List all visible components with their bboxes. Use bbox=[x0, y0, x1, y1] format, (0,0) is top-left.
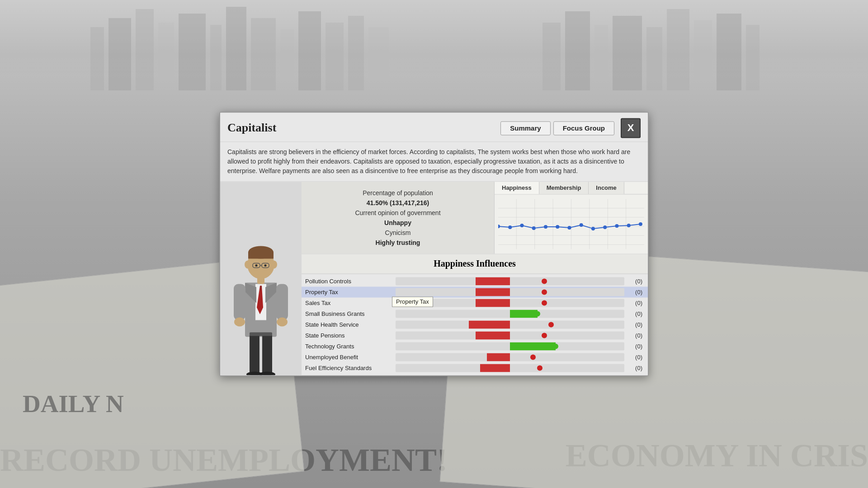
svg-point-64 bbox=[532, 226, 536, 230]
dialog-tab-buttons: Summary Focus Group X bbox=[500, 118, 641, 138]
svg-point-71 bbox=[615, 224, 618, 228]
chart-area: Happiness Membership Income bbox=[494, 182, 648, 253]
influence-row: Unemployed Benefit(0) bbox=[302, 352, 648, 363]
influence-score: (0) bbox=[624, 332, 642, 339]
svg-point-68 bbox=[580, 223, 583, 227]
stats-info: Percentage of population 41.50% (131,417… bbox=[302, 182, 494, 253]
svg-rect-10 bbox=[298, 11, 321, 90]
influence-row: Pollution Controls(0) bbox=[302, 276, 648, 287]
svg-point-65 bbox=[544, 225, 547, 229]
influence-row: Small Business Grants(0) bbox=[302, 309, 648, 319]
chart-tabs: Happiness Membership Income bbox=[495, 182, 648, 194]
svg-point-41 bbox=[245, 261, 251, 269]
svg-rect-12 bbox=[348, 16, 364, 90]
svg-rect-29 bbox=[250, 335, 259, 375]
svg-rect-4 bbox=[158, 23, 174, 90]
chart-tab-happiness[interactable]: Happiness bbox=[495, 182, 539, 194]
svg-rect-18 bbox=[646, 27, 662, 90]
svg-rect-2 bbox=[108, 18, 131, 90]
svg-rect-1 bbox=[90, 27, 104, 90]
influence-name: Pollution Controls bbox=[305, 278, 396, 285]
stats-top: Percentage of population 41.50% (131,417… bbox=[302, 182, 648, 254]
chart-canvas bbox=[495, 194, 648, 253]
influence-row: Fuel Efficiency Standards(0) bbox=[302, 363, 648, 374]
svg-point-66 bbox=[556, 225, 559, 229]
percentage-value: 41.50% (131,417,216) bbox=[367, 199, 429, 206]
percentage-label: Percentage of population bbox=[363, 189, 433, 197]
influence-bar bbox=[396, 364, 624, 372]
influence-score: (0) bbox=[624, 300, 642, 306]
svg-rect-16 bbox=[594, 25, 608, 90]
svg-point-73 bbox=[639, 222, 642, 226]
city-skyline bbox=[0, 0, 868, 90]
opinion-label: Current opinion of government bbox=[355, 209, 440, 216]
svg-point-47 bbox=[264, 264, 267, 267]
svg-rect-9 bbox=[280, 29, 294, 90]
influence-bar bbox=[396, 353, 624, 361]
svg-point-32 bbox=[259, 372, 275, 375]
influence-score: (0) bbox=[624, 321, 642, 328]
close-button[interactable]: X bbox=[621, 118, 641, 138]
svg-point-35 bbox=[234, 318, 245, 327]
influences-title: Happiness Influences bbox=[302, 254, 648, 274]
svg-rect-30 bbox=[262, 335, 272, 375]
svg-rect-14 bbox=[542, 23, 561, 90]
svg-rect-40 bbox=[248, 253, 274, 259]
svg-point-69 bbox=[591, 227, 595, 230]
dialog-header: Capitalist Summary Focus Group X bbox=[220, 113, 648, 142]
dialog-description: Capitalists are strong believers in the … bbox=[220, 142, 648, 182]
influences-section: Happiness Influences Pollution Controls(… bbox=[302, 254, 648, 375]
influence-name: Technology Grants bbox=[305, 343, 396, 350]
cynicism-label: Cynicism bbox=[385, 229, 411, 236]
influence-row: State Pensions(0) bbox=[302, 330, 648, 341]
influences-list-wrapper[interactable]: Pollution Controls(0)Property Tax(0)Prop… bbox=[302, 274, 648, 375]
influence-score: (0) bbox=[624, 354, 642, 361]
svg-point-42 bbox=[271, 261, 277, 269]
summary-tab-button[interactable]: Summary bbox=[500, 121, 550, 135]
svg-point-36 bbox=[277, 318, 288, 327]
influence-name: State Pensions bbox=[305, 332, 396, 339]
influence-bar bbox=[396, 299, 624, 307]
svg-point-72 bbox=[627, 224, 631, 227]
influence-bar bbox=[396, 332, 624, 340]
svg-point-67 bbox=[567, 226, 571, 230]
influence-bar bbox=[396, 321, 624, 329]
stats-panel: Percentage of population 41.50% (131,417… bbox=[302, 182, 648, 375]
chart-tab-membership[interactable]: Membership bbox=[539, 182, 589, 194]
svg-rect-20 bbox=[694, 20, 712, 90]
influence-score: (0) bbox=[624, 289, 642, 296]
svg-rect-11 bbox=[326, 23, 344, 90]
dialog-title: Capitalist bbox=[227, 121, 276, 135]
influence-bar bbox=[396, 288, 624, 296]
influence-name: State Health Service bbox=[305, 321, 396, 328]
influence-name: Unemployed Benefit bbox=[305, 354, 396, 361]
svg-rect-48 bbox=[250, 333, 272, 336]
capitalist-dialog: Capitalist Summary Focus Group X Capital… bbox=[219, 112, 649, 376]
influence-score: (0) bbox=[624, 278, 642, 285]
chart-tab-income[interactable]: Income bbox=[589, 182, 624, 194]
svg-rect-6 bbox=[210, 25, 222, 90]
dialog-body: Percentage of population 41.50% (131,417… bbox=[220, 182, 648, 375]
svg-point-46 bbox=[255, 264, 258, 267]
focus-group-tab-button[interactable]: Focus Group bbox=[553, 121, 614, 135]
influence-name: Small Business Grants bbox=[305, 310, 396, 317]
influence-bar bbox=[396, 277, 624, 286]
cynicism-value: Highly trusting bbox=[376, 239, 420, 246]
opinion-value: Unhappy bbox=[384, 219, 411, 226]
svg-point-63 bbox=[520, 224, 524, 227]
svg-rect-3 bbox=[136, 9, 154, 90]
influence-score: (0) bbox=[624, 310, 642, 317]
svg-rect-22 bbox=[746, 25, 760, 90]
svg-rect-8 bbox=[251, 18, 276, 90]
influence-score: (0) bbox=[624, 343, 642, 350]
svg-rect-34 bbox=[276, 284, 288, 320]
influence-bar bbox=[396, 343, 624, 351]
svg-rect-19 bbox=[667, 9, 689, 90]
character-portrait bbox=[220, 182, 302, 375]
svg-rect-15 bbox=[565, 11, 590, 90]
svg-point-70 bbox=[603, 225, 607, 229]
influences-list: Pollution Controls(0)Property Tax(0)Prop… bbox=[302, 274, 648, 375]
svg-rect-17 bbox=[613, 16, 642, 90]
influence-name: Fuel Efficiency Standards bbox=[305, 365, 396, 371]
influence-name: Sales Tax bbox=[305, 300, 396, 306]
